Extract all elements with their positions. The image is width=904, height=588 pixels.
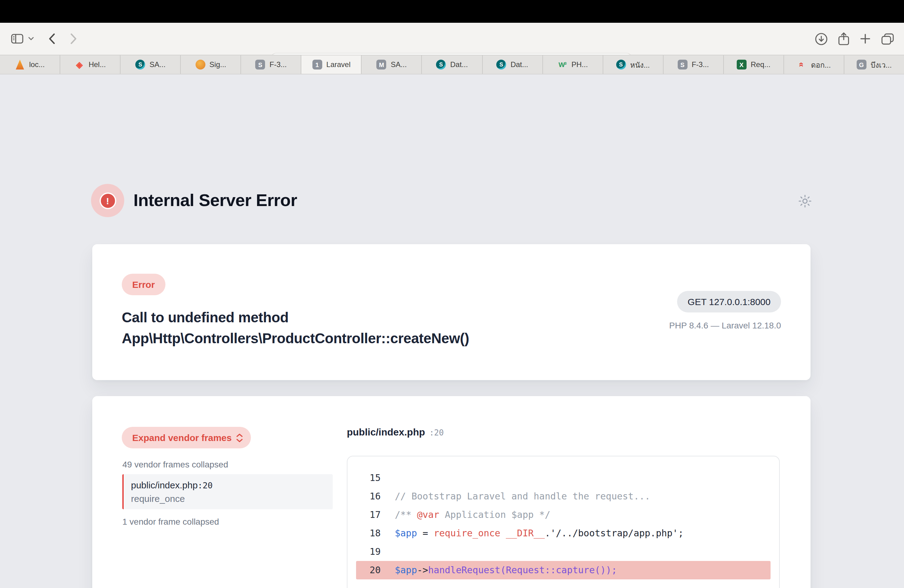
chevron-up-down-icon (236, 433, 243, 442)
expand-vendor-frames-button[interactable]: Expand vendor frames (122, 427, 251, 448)
tab-label: Hel... (89, 60, 106, 69)
code-line-18: 18$app = require_once __DIR__.'/../boots… (356, 524, 771, 542)
browser-tab[interactable]: Sig... (181, 55, 241, 74)
tab-overview-icon[interactable] (881, 33, 894, 44)
share-icon[interactable] (838, 32, 849, 46)
letter-s-icon: S (677, 60, 687, 70)
sharepoint-icon: S (616, 60, 626, 70)
code-snippet: 1516// Bootstrap Laravel and handle the … (347, 456, 780, 588)
numeral-1-icon: 1 (312, 60, 322, 70)
tab-label: หนัง... (630, 59, 650, 70)
tab-label: Req... (751, 60, 771, 69)
browser-tab[interactable]: ◈Hel... (60, 55, 120, 74)
browser-tab[interactable]: SDat... (482, 55, 543, 74)
frame-file: public/index.php (131, 480, 198, 490)
chevron-down-icon[interactable] (28, 37, 34, 41)
browser-tab[interactable]: loc... (0, 55, 60, 74)
sharepoint-icon: S (496, 60, 506, 70)
tab-label: ดอก... (811, 59, 831, 70)
exception-card: Error Call to undefined method App\Http\… (92, 244, 811, 380)
sun-icon[interactable] (798, 194, 812, 209)
tab-label: บึงเว... (871, 59, 892, 70)
browser-tab[interactable]: SF-3... (663, 55, 724, 74)
code-line-20: 20$app->handleRequest(Request::capture()… (356, 561, 771, 579)
error-page: ! Internal Server Error Error Call to un… (0, 74, 904, 588)
sharepoint-icon: S (436, 60, 446, 70)
error-type-badge: Error (122, 274, 165, 295)
alert-circle-icon: ! (91, 184, 124, 217)
tab-label: F-3... (270, 60, 287, 69)
code-line-15: 15 (356, 469, 771, 487)
browser-tab[interactable]: Sหนัง... (603, 55, 663, 74)
browser-tab[interactable]: W³PH... (543, 55, 603, 74)
browser-tab[interactable]: XReq... (724, 55, 784, 74)
phpmyadmin-icon (15, 60, 25, 70)
code-file-name: public/index.php (347, 427, 425, 438)
tab-strip: loc...◈Hel...SSA...Sig...SF-3...1Laravel… (0, 55, 904, 74)
letter-s-icon: S (256, 60, 266, 70)
new-tab-icon[interactable] (860, 33, 871, 44)
orange-globe-icon (195, 60, 205, 70)
tab-label: SA... (391, 60, 407, 69)
browser-tab[interactable]: SDat... (422, 55, 482, 74)
screen: 127.0.0.1 Ax (0, 0, 904, 588)
code-line-ref: :20 (429, 428, 444, 437)
browser-tab[interactable]: SF-3... (241, 55, 302, 74)
red-chevrons-icon: « (797, 60, 806, 70)
stack-trace-card: Expand vendor frames 49 vendor frames co… (92, 396, 811, 588)
code-lines: 1516// Bootstrap Laravel and handle the … (348, 469, 779, 579)
browser-tab[interactable]: SSA... (120, 55, 181, 74)
vendor-frames-collapsed-top: 49 vendor frames collapsed (122, 460, 228, 469)
sharepoint-icon: S (135, 60, 145, 70)
excel-icon: X (737, 60, 747, 70)
tab-label: Dat... (510, 60, 528, 69)
environment-versions: PHP 8.4.6 — Laravel 12.18.0 (669, 321, 781, 330)
code-line-19: 19 (356, 542, 771, 561)
frame-method: require_once (131, 493, 325, 504)
sidebar-toggle-icon[interactable] (11, 34, 24, 44)
back-icon[interactable] (49, 33, 55, 44)
tab-label: loc... (29, 60, 45, 69)
code-line-16: 16// Bootstrap Laravel and handle the re… (356, 487, 771, 506)
request-badge: GET 127.0.0.1:8000 (677, 291, 781, 313)
forward-icon[interactable] (70, 33, 77, 44)
laravel-icon: ◈ (74, 60, 84, 70)
menu-bar (0, 0, 904, 23)
frame-line-number: :20 (198, 481, 213, 490)
letter-m-icon: M (377, 60, 387, 70)
tab-label: Laravel (326, 60, 351, 69)
browser-tab[interactable]: MSA... (362, 55, 422, 74)
browser-tab[interactable]: Gบึงเว... (844, 55, 904, 74)
w3schools-icon: W³ (558, 60, 567, 70)
tab-label: PH... (572, 60, 588, 69)
tab-label: Sig... (209, 60, 226, 69)
page-title: Internal Server Error (133, 191, 297, 210)
browser-tab[interactable]: «ดอก... (784, 55, 844, 74)
vendor-frames-collapsed-bottom: 1 vendor frame collapsed (122, 517, 219, 526)
tab-label: SA... (149, 60, 166, 69)
stack-frame-item[interactable]: public/index.php:20 require_once (122, 474, 333, 509)
browser-tab[interactable]: 1Laravel (302, 55, 362, 74)
letter-g-icon: G (857, 60, 866, 70)
download-icon[interactable] (815, 32, 828, 45)
tab-label: Dat... (450, 60, 468, 69)
exception-message: Call to undefined method App\Http\Contro… (122, 307, 528, 349)
code-line-17: 17/** @var Application $app */ (356, 506, 771, 524)
code-header: public/index.php :20 (347, 427, 444, 438)
tab-label: F-3... (692, 60, 709, 69)
browser-toolbar: 127.0.0.1 Ax (0, 23, 904, 55)
